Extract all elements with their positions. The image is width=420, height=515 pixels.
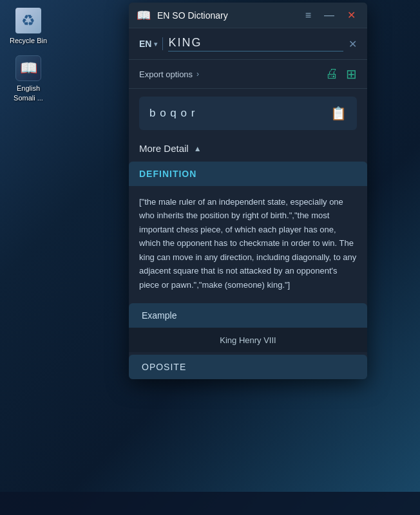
- title-bar: 📖 EN SO Dictionary ≡ — ✕: [129, 3, 367, 28]
- grid-button[interactable]: ⊞: [346, 66, 357, 82]
- definition-body: ["the male ruler of an independent state…: [129, 186, 367, 301]
- search-row: EN ▾ ✕: [139, 36, 357, 52]
- more-detail-row[interactable]: More Detail ▲: [129, 138, 367, 162]
- search-input-wrapper: [168, 36, 343, 52]
- more-detail-chevron: ▲: [194, 144, 202, 153]
- title-bar-controls: ≡ — ✕: [301, 9, 359, 22]
- en-so-dict-icon[interactable]: English Somali ...: [5, 53, 52, 105]
- language-chevron: ▾: [154, 41, 157, 48]
- recycle-bin-label: Recycle Bin: [10, 36, 47, 45]
- recycle-bin-icon[interactable]: Recycle Bin: [5, 5, 52, 48]
- menu-button[interactable]: ≡: [301, 9, 315, 22]
- example-title: Example: [142, 310, 177, 321]
- search-clear-button[interactable]: ✕: [348, 38, 357, 50]
- example-body: King Henry VIII: [129, 328, 367, 352]
- more-detail-label: More Detail: [139, 143, 189, 154]
- definition-title: DEFINITION: [139, 169, 196, 179]
- example-header: Example: [129, 303, 367, 328]
- opposite-section: OPOSITE: [129, 355, 367, 379]
- definition-header: DEFINITION: [129, 162, 367, 186]
- print-button[interactable]: 🖨: [325, 66, 338, 82]
- language-selector[interactable]: EN ▾: [139, 39, 157, 49]
- opposite-title: OPOSITE: [142, 362, 186, 372]
- taskbar: [0, 492, 420, 515]
- opposite-header: OPOSITE: [129, 355, 367, 379]
- app-title: EN SO Dictionary: [157, 10, 295, 21]
- desktop-icons: Recycle Bin English Somali ...: [0, 0, 57, 110]
- language-code: EN: [139, 39, 151, 49]
- search-divider: [162, 37, 163, 50]
- export-arrow-icon: ›: [196, 70, 199, 79]
- export-label-text: Export options: [139, 70, 193, 79]
- copy-button[interactable]: 📋: [330, 106, 347, 121]
- minimize-button[interactable]: —: [320, 9, 338, 22]
- definition-section: DEFINITION ["the male ruler of an indepe…: [129, 162, 367, 301]
- example-section: Example King Henry VIII: [129, 303, 367, 352]
- export-row: Export options › 🖨 ⊞: [129, 60, 367, 89]
- search-input[interactable]: [168, 36, 343, 50]
- dict-label: English Somali ...: [8, 84, 49, 102]
- search-area: EN ▾ ✕: [129, 28, 367, 60]
- close-button[interactable]: ✕: [343, 9, 359, 22]
- app-window: 📖 EN SO Dictionary ≡ — ✕ EN ▾ ✕ Export o…: [129, 3, 367, 379]
- search-underline: [168, 51, 343, 52]
- export-label[interactable]: Export options ›: [139, 70, 325, 79]
- recycle-bin-img: [15, 8, 41, 33]
- app-icon: 📖: [137, 8, 151, 23]
- dict-img: [15, 55, 41, 81]
- translation-box: b o q o r 📋: [139, 97, 357, 130]
- export-icons: 🖨 ⊞: [325, 66, 357, 82]
- translation-text: b o q o r: [149, 107, 195, 120]
- definition-text: ["the male ruler of an independent state…: [139, 195, 357, 292]
- example-text: King Henry VIII: [220, 335, 276, 345]
